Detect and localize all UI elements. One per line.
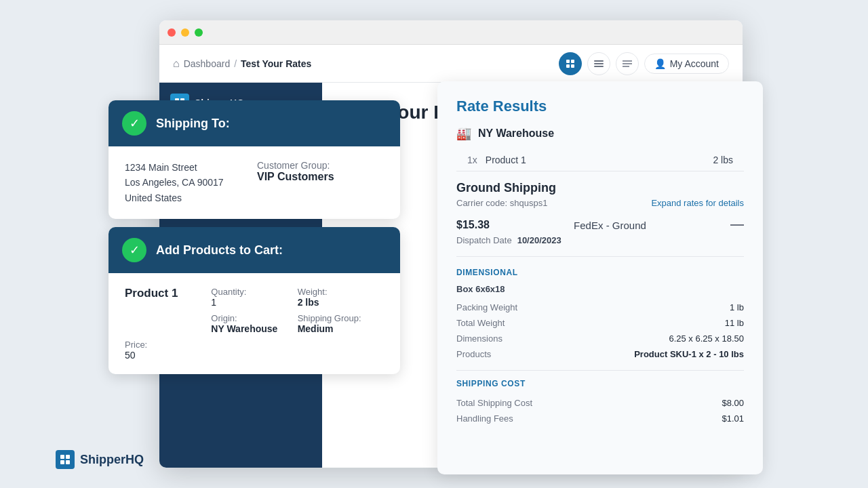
box-name: Box 6x6x18 (456, 284, 744, 294)
svg-rect-5 (571, 60, 574, 63)
products-header: ✓ Add Products to Cart: (108, 227, 400, 273)
breadcrumb: ⌂ Dashboard / Test Your Rates (173, 58, 311, 70)
shipping-to-check-icon: ✓ (122, 111, 146, 136)
browser-close-dot[interactable] (167, 28, 176, 37)
address-grid: 1234 Main Street Los Angeles, CA 90017 U… (125, 160, 384, 205)
header-icon-btn-1[interactable] (559, 52, 582, 75)
rate-results-panel: Rate Results 🏭 NY Warehouse 1x Product 1… (437, 81, 763, 474)
bottom-logo: ShipperHQ (56, 450, 144, 469)
product-line-weight: 2 lbs (713, 155, 733, 165)
home-icon: ⌂ (173, 58, 180, 70)
rate-dash (730, 224, 744, 226)
svg-rect-6 (566, 64, 570, 68)
header-icon-btn-3[interactable] (616, 52, 639, 75)
customer-group-block: Customer Group: VIP Customers (257, 160, 384, 205)
my-account-label: My Account (670, 58, 719, 69)
weight-label: Weight: (298, 287, 384, 297)
product-line-qty: 1x (467, 155, 477, 165)
products-value: Product SKU-1 x 2 - 10 lbs (600, 349, 744, 359)
customer-group-label: Customer Group: (257, 160, 384, 171)
rate-carrier: FedEx - Ground (574, 220, 646, 231)
weight-block: Weight: 2 lbs (298, 287, 384, 308)
quantity-label: Quantity: (211, 287, 297, 297)
warehouse-header: 🏭 NY Warehouse (456, 126, 744, 141)
products-body: Product 1 Quantity: 1 Weight: 2 lbs Orig… (108, 273, 400, 374)
cards-overlay: ✓ Shipping To: 1234 Main Street Los Ange… (108, 100, 400, 374)
product-name-block: Product 1 (125, 287, 211, 300)
origin-block: Origin: NY Warehouse (211, 313, 297, 334)
dimensional-section-label: DIMENSIONAL (456, 268, 744, 277)
rate-results-title: Rate Results (456, 98, 744, 115)
my-account-button[interactable]: 👤 My Account (644, 54, 729, 74)
products-label: Products (456, 349, 600, 359)
shipping-cost-section-label: SHIPPING COST (456, 379, 744, 388)
svg-rect-4 (566, 60, 570, 63)
rate-row: $15.38 FedEx - Ground (456, 219, 744, 231)
shipping-to-header: ✓ Shipping To: (108, 100, 400, 146)
product-name: Product 1 (125, 287, 211, 300)
origin-value: NY Warehouse (211, 323, 297, 334)
section-divider (456, 370, 744, 371)
product-line: 1x Product 1 2 lbs (456, 149, 744, 171)
dimensions-value: 6.25 x 6.25 x 18.50 (600, 333, 744, 344)
shipping-group-label: Shipping Group: (298, 313, 384, 323)
packing-weight-label: Packing Weight (456, 302, 600, 312)
total-shipping-cost-label: Total Shipping Cost (456, 398, 600, 408)
total-weight-label: Total Weight (456, 318, 600, 328)
account-icon: 👤 (654, 58, 666, 69)
svg-rect-8 (594, 60, 604, 62)
address-line2: Los Angeles, CA 90017 (125, 175, 252, 190)
price-label: Price: (125, 340, 211, 350)
dispatch-label: Dispatch Date (456, 235, 512, 245)
bottom-logo-text: ShipperHQ (80, 453, 144, 467)
address-line1: 1234 Main Street (125, 160, 252, 175)
svg-rect-0 (60, 455, 64, 459)
browser-maximize-dot[interactable] (195, 28, 203, 37)
shipping-to-body: 1234 Main Street Los Angeles, CA 90017 U… (108, 146, 400, 219)
total-shipping-cost-value: $8.00 (600, 398, 744, 408)
origin-label: Origin: (211, 313, 297, 323)
svg-rect-9 (594, 63, 604, 64)
address-line3: United States (125, 190, 252, 205)
svg-rect-10 (594, 66, 604, 67)
breadcrumb-separator: / (234, 58, 237, 69)
handling-fees-value: $1.01 (600, 413, 744, 424)
shipping-group-value: Medium (298, 323, 384, 334)
address-block: 1234 Main Street Los Angeles, CA 90017 U… (125, 160, 252, 205)
svg-rect-3 (66, 460, 70, 464)
svg-rect-7 (571, 64, 574, 68)
handling-fees-label: Handling Fees (456, 413, 600, 424)
warehouse-icon: 🏭 (456, 126, 471, 141)
product-line-name: Product 1 (486, 155, 713, 165)
expand-rates-link[interactable]: Expand rates for details (651, 198, 744, 208)
dimensions-label: Dimensions (456, 333, 600, 344)
app-header: ⌂ Dashboard / Test Your Rates (159, 45, 743, 83)
warehouse-name: NY Warehouse (478, 127, 554, 140)
ground-shipping-header: Ground Shipping (456, 181, 744, 195)
price-value: 50 (125, 350, 211, 361)
bottom-logo-icon (56, 450, 75, 469)
carrier-code-text: Carrier code: shqusps1 (456, 198, 547, 208)
breadcrumb-dashboard-link[interactable]: Dashboard (184, 58, 231, 69)
breadcrumb-current: Test Your Rates (241, 58, 311, 69)
carrier-code-row: Carrier code: shqusps1 Expand rates for … (456, 198, 744, 208)
dispatch-date: 10/20/2023 (517, 235, 561, 245)
dimensions-row: Dimensions 6.25 x 6.25 x 18.50 (456, 331, 744, 346)
total-shipping-cost-row: Total Shipping Cost $8.00 (456, 395, 744, 411)
dispatch-row: Dispatch Date 10/20/2023 (456, 235, 744, 257)
handling-fees-row: Handling Fees $1.01 (456, 411, 744, 426)
header-icon-btn-2[interactable] (587, 52, 610, 75)
rate-price: $15.38 (456, 219, 490, 231)
price-block: Price: 50 (125, 340, 211, 361)
shipping-to-card: ✓ Shipping To: 1234 Main Street Los Ange… (108, 100, 400, 219)
customer-group-value: VIP Customers (257, 171, 384, 183)
browser-minimize-dot[interactable] (181, 28, 189, 37)
svg-rect-2 (60, 460, 64, 464)
total-weight-value: 11 lb (600, 318, 744, 328)
header-right: 👤 My Account (559, 52, 729, 75)
total-weight-row: Total Weight 11 lb (456, 315, 744, 331)
packing-weight-row: Packing Weight 1 lb (456, 300, 744, 315)
quantity-block: Quantity: 1 (211, 287, 297, 308)
quantity-value: 1 (211, 297, 297, 308)
products-title: Add Products to Cart: (156, 243, 283, 258)
